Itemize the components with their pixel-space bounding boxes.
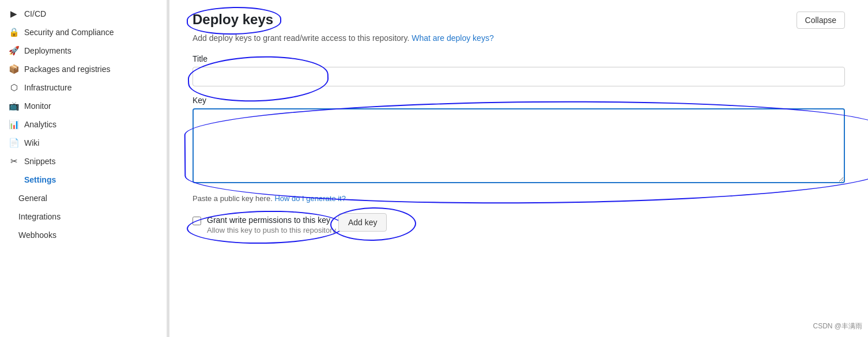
sidebar-label-snippets: Snippets [24, 157, 157, 166]
checkbox-row: Grant write permissions to this key Allo… [193, 215, 336, 234]
watermark: CSDN @丰满雨 [813, 321, 862, 331]
description-text: Add deploy keys to grant read/write acce… [193, 33, 409, 43]
sidebar-item-settings[interactable]: Settings [0, 171, 167, 189]
description: Add deploy keys to grant read/write acce… [193, 33, 845, 43]
title-label: Title [193, 54, 845, 63]
sidebar-label-monitor: Monitor [24, 101, 157, 111]
title-input[interactable] [193, 67, 845, 86]
sidebar-label-webhooks: Webhooks [18, 230, 157, 240]
sidebar-label-general: General [18, 194, 157, 203]
title-input-wrapper [193, 67, 845, 86]
sidebar-item-general[interactable]: General [0, 189, 167, 207]
infrastructure-icon: ⬡ [9, 83, 18, 92]
sidebar-label-settings: Settings [24, 175, 157, 184]
deployments-icon: 🚀 [9, 46, 18, 55]
sidebar-item-integrations[interactable]: Integrations [0, 207, 167, 226]
collapse-button[interactable]: Collapse [797, 12, 845, 29]
hint-static-text: Paste a public key here. [193, 194, 273, 203]
checkbox-sublabel: Allow this key to push to this repositor… [207, 226, 336, 234]
page-title: Deploy keys [193, 12, 273, 28]
sidebar-item-infrastructure[interactable]: ⬡ Infrastructure [0, 78, 167, 97]
add-key-wrapper: Add key [338, 213, 387, 232]
sidebar-label-analytics: Analytics [24, 120, 157, 129]
generate-key-link[interactable]: How do I generate it? [274, 194, 346, 203]
sidebar-item-snippets[interactable]: ✂ Snippets [0, 152, 167, 171]
key-label: Key [193, 96, 845, 105]
packages-icon: 📦 [9, 65, 18, 74]
key-form-group: Key [193, 96, 845, 185]
sidebar-item-packages[interactable]: 📦 Packages and registries [0, 60, 167, 78]
key-textarea-wrapper [193, 108, 845, 185]
cicd-icon: ▶ [9, 9, 18, 18]
monitor-icon: 📺 [9, 101, 18, 111]
wiki-icon: 📄 [9, 138, 18, 147]
settings-icon [9, 175, 18, 184]
deploy-keys-link[interactable]: What are deploy keys? [412, 33, 493, 43]
page-header: Deploy keys Collapse [193, 12, 845, 29]
write-permission-checkbox[interactable] [193, 217, 201, 225]
sidebar-item-security[interactable]: 🔒 Security and Compliance [0, 23, 167, 41]
sidebar-item-webhooks[interactable]: Webhooks [0, 226, 167, 244]
sidebar-item-wiki[interactable]: 📄 Wiki [0, 134, 167, 152]
sidebar-item-analytics[interactable]: 📊 Analytics [0, 115, 167, 134]
key-textarea[interactable] [193, 108, 845, 183]
main-content: Deploy keys Collapse Add deploy keys to … [169, 0, 868, 337]
snippets-icon: ✂ [9, 157, 18, 166]
hint-text: Paste a public key here. How do I genera… [193, 194, 845, 203]
sidebar-label-integrations: Integrations [18, 212, 157, 221]
add-key-button[interactable]: Add key [338, 213, 387, 232]
sidebar-label-infrastructure: Infrastructure [24, 83, 157, 92]
sidebar-label-packages: Packages and registries [24, 65, 157, 74]
sidebar-label-deployments: Deployments [24, 46, 157, 55]
title-form-group: Title [193, 54, 845, 86]
checkbox-text-block: Grant write permissions to this key Allo… [207, 215, 336, 234]
sidebar-item-deployments[interactable]: 🚀 Deployments [0, 41, 167, 60]
sidebar-item-cicd[interactable]: ▶ CI/CD [0, 5, 167, 23]
checkbox-label[interactable]: Grant write permissions to this key [207, 215, 330, 225]
sidebar-label-security: Security and Compliance [24, 28, 157, 37]
sidebar-label-wiki: Wiki [24, 138, 157, 147]
sidebar: ▶ CI/CD 🔒 Security and Compliance 🚀 Depl… [0, 0, 167, 337]
write-permission-section: Grant write permissions to this key Allo… [193, 215, 336, 234]
security-icon: 🔒 [9, 28, 18, 37]
analytics-icon: 📊 [9, 120, 18, 129]
sidebar-label-cicd: CI/CD [24, 9, 157, 18]
sidebar-item-monitor[interactable]: 📺 Monitor [0, 97, 167, 115]
